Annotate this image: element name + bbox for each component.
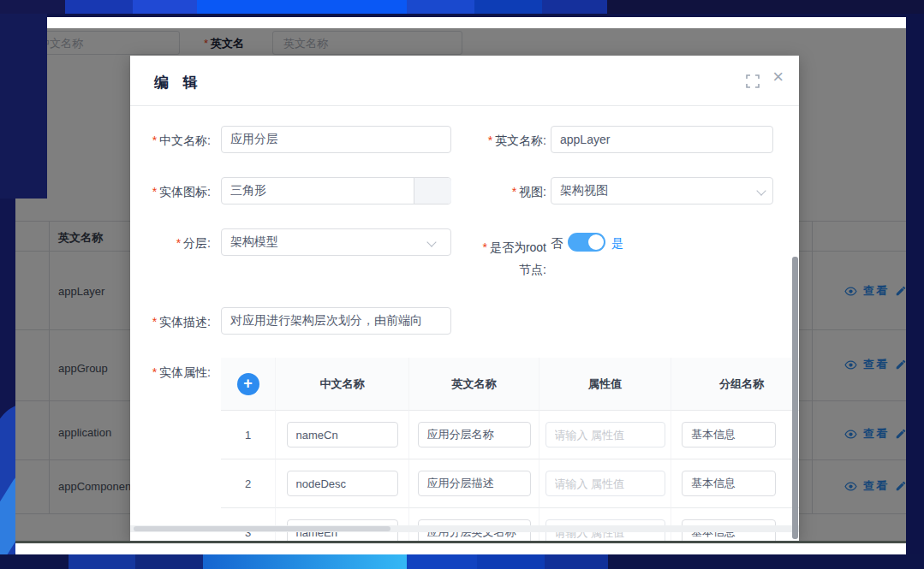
fullscreen-icon[interactable] [746, 74, 760, 92]
horizontal-scrollbar-thumb[interactable] [134, 526, 390, 531]
attr-value-input[interactable] [545, 471, 665, 496]
attr-col2-input[interactable] [418, 471, 531, 496]
dialog-title: 编 辑 [154, 73, 203, 92]
attr-col1-input[interactable] [287, 422, 398, 447]
icon-picker-button[interactable] [414, 178, 451, 204]
field-label-attrs: *实体属性: [139, 365, 211, 381]
dialog-header: 编 辑 × [130, 56, 799, 106]
add-attribute-button[interactable]: + [237, 373, 259, 395]
attr-col-value: 属性值 [539, 358, 671, 411]
view-select[interactable] [551, 177, 773, 204]
field-label-layer: *分层: [139, 236, 211, 252]
close-icon[interactable]: × [772, 68, 784, 86]
attr-value-input[interactable] [545, 422, 665, 447]
attr-col-name-en: 英文名称 [409, 358, 539, 411]
attribute-table-header: + 中文名称 英文名称 属性值 分组名称 [221, 358, 799, 411]
is-root-toggle[interactable] [568, 233, 605, 252]
toggle-off-label: 否 [551, 236, 563, 252]
desc-input[interactable] [221, 307, 451, 335]
field-label-desc: *实体描述: [139, 315, 211, 330]
attribute-row: 2 [221, 459, 799, 508]
toggle-knob [588, 234, 604, 250]
app-window: *英文名 英文名称 appLayer appGroup application … [15, 17, 906, 556]
horizontal-scrollbar[interactable] [130, 525, 799, 532]
layer-select[interactable] [221, 228, 451, 256]
desktop-bottom-band [0, 554, 924, 569]
toggle-on-label: 是 [611, 236, 623, 252]
row-index: 2 [245, 477, 251, 490]
desktop-top-band [0, 0, 924, 14]
attr-col-group: 分组名称 [671, 358, 799, 411]
row-index: 1 [245, 429, 251, 442]
attr-group-input[interactable] [682, 471, 776, 496]
edit-dialog: 编 辑 × *中文名称: *英文名称: *实体图标: *视图: [130, 56, 799, 541]
field-label-name-cn: *中文名称: [139, 133, 211, 149]
field-label-is-root: *是否为root节点: [478, 236, 546, 281]
attr-col1-input[interactable] [287, 471, 398, 496]
name-en-input[interactable] [551, 126, 773, 153]
attr-group-input[interactable] [682, 422, 776, 447]
desktop-left-column [0, 0, 47, 199]
field-label-view: *视图: [469, 185, 546, 200]
field-label-name-en: *英文名称: [469, 133, 546, 149]
attribute-row: 1 [221, 411, 799, 459]
name-cn-input[interactable] [221, 126, 451, 153]
attribute-table: + 中文名称 英文名称 属性值 分组名称 1 2 3 [221, 358, 799, 541]
attribute-row: 3 [221, 508, 799, 541]
vertical-scrollbar-thumb[interactable] [792, 257, 798, 539]
attr-col2-input[interactable] [418, 422, 531, 447]
field-label-entity-icon: *实体图标: [139, 185, 211, 200]
attr-col-name-cn: 中文名称 [276, 358, 409, 411]
